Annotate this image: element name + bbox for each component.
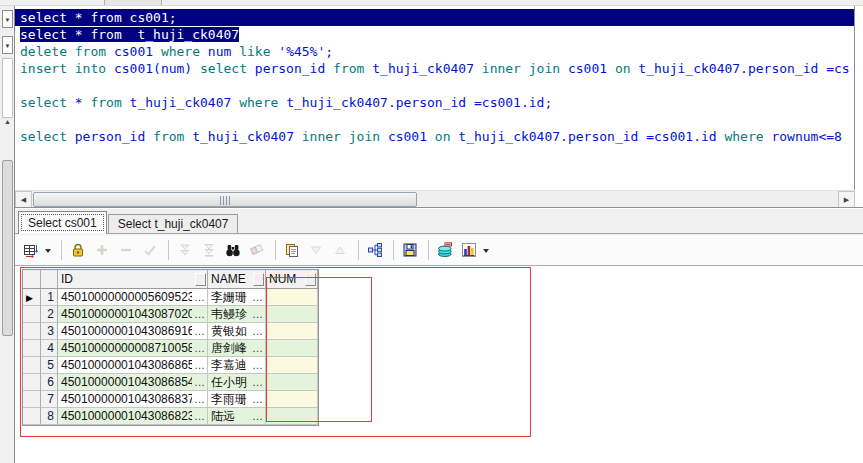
cell-ellipsis-button[interactable]: … [250,392,263,407]
sql-token: from [90,95,129,110]
cell-ellipsis-button[interactable]: … [192,358,205,373]
delete-record-icon [118,242,134,258]
sql-token: delete from [20,44,114,59]
dropdown-arrow-icon[interactable] [45,249,51,256]
row-selector-cell[interactable] [23,323,41,340]
vertical-scrollbar-thumb[interactable] [2,160,13,336]
cell-num[interactable] [266,289,318,306]
column-header-id[interactable]: ID [58,270,208,289]
cell-ellipsis-button[interactable]: … [250,375,263,390]
cell-id[interactable]: 45010000001043086854… [58,374,208,391]
sql-line[interactable]: select * from t_huji_ck0407 where t_huji… [20,94,854,111]
table-row[interactable]: ▶145010000000005609523…李姗珊… [23,289,318,306]
sql-line[interactable]: select * from cs001; [15,9,854,26]
column-header-num[interactable]: NUM [266,270,318,289]
row-selector-cell[interactable] [23,391,41,408]
table-row[interactable]: 345010000001043086916…黄银如… [23,323,318,340]
cell-id[interactable]: 45010000000008710058… [58,340,208,357]
cell-name[interactable]: 韦鳗珍… [208,306,266,323]
row-selector-cell[interactable] [23,374,41,391]
cell-num[interactable] [266,323,318,340]
sql-token: cs001 [568,61,615,76]
table-row[interactable]: 845010000001043086823…陆远… [23,408,318,425]
cell-ellipsis-button[interactable]: … [192,290,205,305]
sql-line[interactable] [20,111,854,128]
dropdown-arrow-icon[interactable] [483,249,489,256]
save-results-button[interactable] [399,239,421,261]
column-header-box[interactable] [305,273,316,286]
column-header-name[interactable]: NAME [208,270,266,289]
cell-ellipsis-button[interactable]: … [192,375,205,390]
table-row[interactable]: 645010000001043086854…任小明… [23,374,318,391]
cell-num[interactable] [266,340,318,357]
cell-ellipsis-button[interactable]: … [192,341,205,356]
cell-id[interactable]: 45010000001043087020… [58,306,208,323]
editor-horizontal-scrollbar[interactable]: ◀ ▶ [15,190,855,207]
sql-line[interactable]: delete from cs001 where num like '%45%'; [20,43,854,60]
cell-id[interactable]: 45010000001043086837… [58,391,208,408]
cell-num[interactable] [266,391,318,408]
tab-select-cs001[interactable]: Select cs001 [18,211,107,234]
tab-select-t-huji-ck0407[interactable]: Select t_huji_ck0407 [108,214,239,233]
single-record-view-button[interactable] [364,239,386,261]
erase-button [246,239,268,261]
find-button[interactable] [222,239,244,261]
cell-ellipsis-button[interactable]: … [250,324,263,339]
combo-dropdown-icon[interactable]: ▼ [2,36,13,54]
cell-name[interactable]: 李姗珊… [208,289,266,306]
cell-ellipsis-button[interactable]: … [250,307,263,322]
cell-id[interactable]: 45010000001043086916… [58,323,208,340]
export-data-button[interactable] [281,239,303,261]
cell-value: 45010000000005609523 [61,290,192,305]
grid-view-button[interactable] [20,239,54,261]
horizontal-scrollbar-thumb[interactable] [33,192,417,207]
table-row[interactable]: 545010000001043086865…李嘉迪… [23,357,318,374]
sql-line[interactable] [20,77,854,94]
cell-ellipsis-button[interactable]: … [192,392,205,407]
cell-ellipsis-button[interactable]: … [250,358,263,373]
sql-editor[interactable]: select * from cs001;select * from t_huji… [15,6,855,190]
cell-ellipsis-button[interactable]: … [250,409,263,424]
cell-name[interactable]: 李嘉迪… [208,357,266,374]
table-row[interactable]: 245010000001043087020…韦鳗珍… [23,306,318,323]
cell-num[interactable] [266,408,318,425]
cell-id[interactable]: 45010000000005609523… [58,289,208,306]
cell-name[interactable]: 陆远… [208,408,266,425]
cell-ellipsis-button[interactable]: … [192,324,205,339]
row-selector-cell[interactable] [23,357,41,374]
cell-name[interactable]: 唐剑峰… [208,340,266,357]
cell-ellipsis-button[interactable]: … [250,290,263,305]
cell-ellipsis-button[interactable]: … [192,409,205,424]
cell-id[interactable]: 45010000001043086823… [58,408,208,425]
scroll-up-icon[interactable]: ▲ [2,118,13,125]
row-selector-cell[interactable] [23,340,41,357]
result-memory-button[interactable] [434,239,456,261]
sql-line[interactable]: select * from t_huji_ck0407 [20,26,854,43]
table-row[interactable]: 745010000001043086837…李雨珊… [23,391,318,408]
scroll-right-icon[interactable]: ▶ [838,191,855,208]
cell-name[interactable]: 任小明… [208,374,266,391]
column-header-box[interactable] [253,273,264,286]
row-selector-cell[interactable] [23,306,41,323]
sql-token: t_huji_ck0407 [372,61,482,76]
column-header-box[interactable] [195,273,206,286]
sql-line[interactable]: insert into cs001(num) select person_id … [20,60,854,77]
lock-record-button[interactable] [67,239,89,261]
result-grid[interactable]: IDNAMENUM▶145010000000005609523…李姗珊…2450… [22,269,319,426]
cell-ellipsis-button[interactable]: … [250,341,263,356]
cell-num[interactable] [266,306,318,323]
combo-dropdown-icon[interactable]: ▼ [2,10,13,28]
row-number-cell: 5 [41,357,58,374]
row-selector-cell[interactable] [23,408,41,425]
cell-name[interactable]: 黄银如… [208,323,266,340]
scroll-left-icon[interactable]: ◀ [15,191,32,208]
table-row[interactable]: 445010000000008710058…唐剑峰… [23,340,318,357]
cell-num[interactable] [266,374,318,391]
row-selector-cell[interactable]: ▶ [23,289,41,306]
cell-ellipsis-button[interactable]: … [192,307,205,322]
cell-name[interactable]: 李雨珊… [208,391,266,408]
chart-button[interactable] [458,239,492,261]
sql-line[interactable]: select person_id from t_huji_ck0407 inne… [20,128,854,145]
cell-num[interactable] [266,357,318,374]
cell-id[interactable]: 45010000001043086865… [58,357,208,374]
